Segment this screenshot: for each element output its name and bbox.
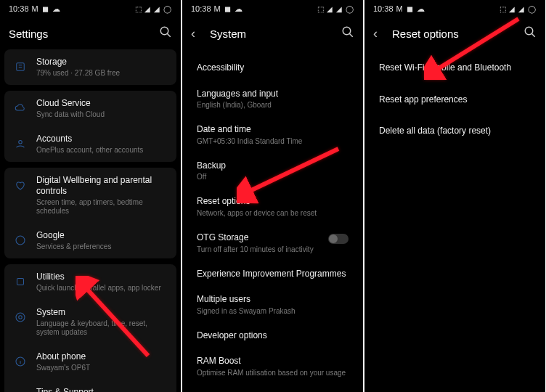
settings-item-label: Tips & Support	[36, 387, 169, 392]
settings-item-label: Experience Improvement Programmes	[197, 269, 349, 280]
reset-item-app-prefs[interactable]: Reset app preferences	[369, 81, 541, 113]
settings-item-sub: Network, apps or device can be reset	[197, 209, 349, 218]
svg-point-5	[19, 141, 23, 144]
statusbar-time: 10:38	[373, 4, 394, 13]
header: ‹ Reset options	[364, 17, 545, 49]
gear-icon	[12, 309, 29, 326]
settings-item-sub: Sync data with Cloud	[36, 110, 169, 119]
system-item-reset-options[interactable]: Reset optionsNetwork, apps or device can…	[187, 189, 359, 225]
storage-icon	[12, 58, 29, 75]
settings-item-cloud-service[interactable]: Cloud ServiceSync data with Cloud	[4, 91, 176, 126]
search-icon[interactable]	[341, 25, 354, 41]
settings-item-label: Reset app preferences	[379, 94, 531, 106]
settings-item-sub: Turn off after 10 minutes of inactivity	[197, 245, 349, 254]
settings-item-wellbeing[interactable]: Digital Wellbeing and parental controlsS…	[4, 168, 176, 223]
page-title: Reset options	[392, 28, 516, 40]
settings-item-sub: English (India), Gboard	[197, 101, 349, 110]
settings-item-sub: Screen time, app timers, bedtime schedul…	[36, 198, 169, 216]
system-list: Accessibility Languages and inputEnglish…	[182, 49, 363, 392]
statusbar-right-icons: ⬚ ◢ ◢ ◯	[317, 5, 354, 13]
system-item-accessibility[interactable]: Accessibility	[187, 49, 359, 81]
svg-line-20	[531, 33, 535, 37]
settings-item-label: About phone	[36, 351, 169, 362]
settings-item-label: Date and time	[197, 124, 349, 136]
statusbar-time: 10:38	[191, 4, 211, 13]
system-item-system-updates[interactable]: System updates	[187, 385, 359, 392]
settings-item-label: Developer options	[197, 330, 349, 342]
system-item-experience[interactable]: Experience Improvement Programmes	[187, 261, 359, 287]
settings-item-sub: Optimise RAM utilisation based on your u…	[197, 369, 349, 377]
settings-item-about-phone[interactable]: About phoneSwayam's OP6T	[4, 344, 176, 380]
svg-point-6	[16, 236, 25, 245]
reset-list: Reset Wi-Fi, mobile and Bluetooth Reset …	[364, 49, 545, 144]
screen-settings: 10:38M ◼ ☁ ⬚ ◢ ◢ ◯ Settings Storage79% u…	[0, 0, 181, 392]
statusbar-left-icons: M ◼ ☁	[32, 4, 61, 14]
system-item-backup[interactable]: BackupOff	[187, 153, 359, 189]
statusbar-left-icons: M ◼ ☁	[396, 4, 425, 14]
settings-item-sub: Services & preferences	[36, 242, 169, 251]
settings-item-utilities[interactable]: UtilitiesQuick launch, parallel apps, ap…	[4, 264, 176, 300]
tips-icon	[12, 388, 29, 392]
svg-line-17	[349, 33, 353, 37]
settings-item-label: Multiple users	[197, 294, 349, 306]
settings-item-label: Accessibility	[197, 62, 349, 74]
settings-item-label: Delete all data (factory reset)	[379, 126, 531, 137]
settings-item-accounts[interactable]: AccountsOnePlus account, other accounts	[4, 126, 176, 162]
statusbar: 10:38M ◼ ☁ ⬚ ◢ ◢ ◯	[0, 0, 181, 17]
settings-item-tips[interactable]: Tips & SupportTips and FAQ on device usa…	[4, 380, 176, 392]
statusbar-right-icons: ⬚ ◢ ◢ ◯	[500, 5, 537, 13]
screen-reset-options: 10:38M ◼ ☁ ⬚ ◢ ◢ ◯ ‹ Reset options Reset…	[364, 0, 545, 392]
statusbar: 10:38M ◼ ☁ ⬚ ◢ ◢ ◯	[364, 0, 545, 17]
settings-item-sub: Quick launch, parallel apps, app locker	[36, 284, 169, 293]
system-item-ram-boost[interactable]: RAM BoostOptimise RAM utilisation based …	[187, 348, 359, 385]
settings-item-label: Accounts	[36, 134, 169, 144]
svg-point-16	[343, 27, 351, 35]
statusbar: 10:38M ◼ ☁ ⬚ ◢ ◢ ◯	[182, 0, 363, 17]
reset-item-factory-reset[interactable]: Delete all data (factory reset)	[369, 113, 541, 144]
card-google: Digital Wellbeing and parental controlsS…	[4, 168, 176, 258]
settings-item-label: System	[36, 307, 169, 318]
settings-item-sub: Signed in as Swayam Prakash	[197, 307, 349, 316]
search-icon[interactable]	[159, 25, 172, 41]
google-icon	[12, 232, 29, 249]
svg-rect-7	[17, 279, 24, 285]
svg-point-19	[525, 27, 533, 35]
otg-toggle[interactable]	[328, 234, 349, 244]
settings-item-storage[interactable]: Storage79% used · 27.28 GB free	[4, 49, 176, 85]
reset-item-wifi-mobile-bt[interactable]: Reset Wi-Fi, mobile and Bluetooth	[369, 49, 541, 81]
system-item-developer-options[interactable]: Developer options	[187, 323, 359, 349]
card-accounts: Cloud ServiceSync data with Cloud Accoun…	[4, 91, 176, 162]
settings-item-sub: GMT+05:30 India Standard Time	[197, 137, 349, 146]
settings-item-label: Utilities	[36, 271, 169, 282]
info-icon	[12, 353, 29, 370]
settings-item-label: Google	[36, 230, 169, 241]
system-item-multiple-users[interactable]: Multiple usersSigned in as Swayam Prakas…	[187, 287, 359, 323]
search-icon[interactable]	[523, 25, 537, 41]
card-storage: Storage79% used · 27.28 GB free	[4, 49, 176, 85]
svg-rect-2	[17, 63, 25, 71]
settings-item-sub: OnePlus account, other accounts	[36, 146, 169, 155]
header: ‹ System	[182, 17, 363, 49]
back-button[interactable]: ‹	[373, 26, 385, 41]
settings-item-label: Cloud Service	[36, 98, 169, 109]
settings-item-google[interactable]: GoogleServices & preferences	[4, 223, 176, 258]
statusbar-left-icons: M ◼ ☁	[214, 4, 243, 14]
statusbar-right-icons: ⬚ ◢ ◢ ◯	[135, 5, 172, 13]
settings-item-system[interactable]: SystemLanguage & keyboard, time, reset, …	[4, 300, 176, 344]
page-title: Settings	[9, 28, 152, 40]
system-item-languages[interactable]: Languages and inputEnglish (India), Gboa…	[187, 81, 359, 118]
settings-item-sub: Language & keyboard, time, reset, system…	[36, 319, 169, 337]
svg-point-0	[160, 27, 168, 35]
back-button[interactable]: ‹	[191, 26, 203, 41]
screen-system: 10:38M ◼ ☁ ⬚ ◢ ◢ ◯ ‹ System Accessibilit…	[182, 0, 363, 392]
settings-item-sub: 79% used · 27.28 GB free	[36, 69, 169, 78]
settings-item-label: Digital Wellbeing and parental controls	[36, 175, 169, 197]
system-item-date-time[interactable]: Date and timeGMT+05:30 India Standard Ti…	[187, 117, 359, 153]
cloud-icon	[12, 99, 29, 117]
account-icon	[12, 135, 29, 152]
settings-item-label: RAM Boost	[197, 356, 349, 367]
svg-point-8	[19, 316, 23, 319]
settings-item-label: OTG Storage	[197, 232, 349, 244]
card-system: UtilitiesQuick launch, parallel apps, ap…	[4, 264, 176, 392]
system-item-otg-storage[interactable]: OTG StorageTurn off after 10 minutes of …	[187, 225, 359, 261]
